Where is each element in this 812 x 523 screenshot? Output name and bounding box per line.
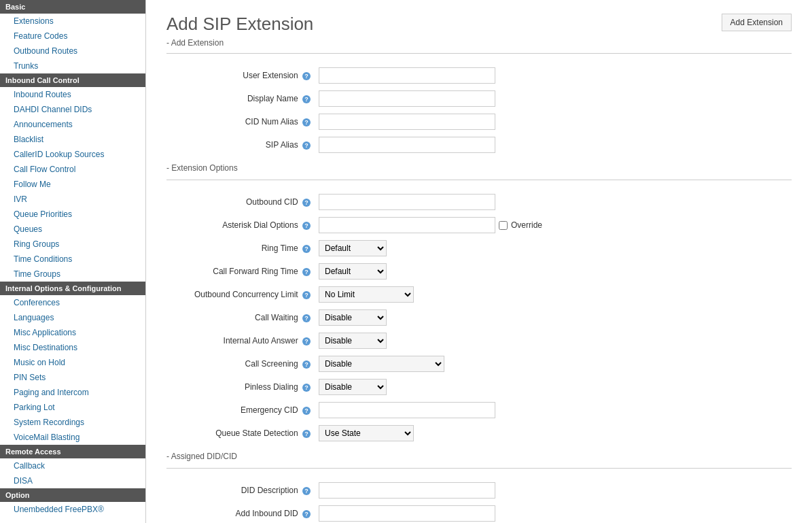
- queue-state-detection-help-icon[interactable]: ?: [302, 430, 311, 438]
- sidebar-group-remote-access: Remote Access: [0, 445, 145, 458]
- extension-form: User Extension ? Display Name ? CID Num …: [166, 64, 792, 156]
- sidebar-item-time-groups[interactable]: Time Groups: [0, 267, 145, 282]
- sidebar-item-languages[interactable]: Languages: [0, 310, 145, 325]
- internal-auto-answer-label: Internal Auto Answer ?: [166, 329, 316, 352]
- display-name-help-icon[interactable]: ?: [302, 95, 311, 103]
- sidebar-item-ivr[interactable]: IVR: [0, 192, 145, 207]
- did-description-help-icon[interactable]: ?: [302, 487, 311, 495]
- asterisk-dial-options-row: Asterisk Dial Options ? tr Override: [166, 214, 792, 237]
- call-screening-help-icon[interactable]: ?: [302, 360, 311, 369]
- outbound-concurrency-help-icon[interactable]: ?: [302, 291, 311, 299]
- sidebar-item-voicemail-blasting[interactable]: VoiceMail Blasting: [0, 430, 145, 445]
- pinless-dialing-row: Pinless Dialing ? Disable: [166, 375, 792, 399]
- outbound-cid-input[interactable]: [319, 194, 495, 210]
- add-inbound-did-input[interactable]: [319, 505, 495, 522]
- sidebar-item-time-conditions[interactable]: Time Conditions: [0, 252, 145, 267]
- extension-options-form: Outbound CID ? Asterisk Dial Options ? t…: [166, 190, 792, 445]
- outbound-concurrency-label: Outbound Concurrency Limit ?: [166, 283, 316, 306]
- user-extension-help-icon[interactable]: ?: [302, 72, 311, 80]
- sidebar-item-call-flow[interactable]: Call Flow Control: [0, 162, 145, 177]
- outbound-cid-row: Outbound CID ?: [166, 190, 792, 214]
- sidebar: BasicExtensionsFeature CodesOutbound Rou…: [0, 0, 146, 523]
- did-description-input[interactable]: [319, 482, 495, 499]
- outbound-concurrency-select[interactable]: No Limit: [319, 286, 414, 303]
- pinless-dialing-help-icon[interactable]: ?: [302, 384, 311, 392]
- override-label: Override: [511, 220, 542, 230]
- sidebar-item-paging[interactable]: Paging and Intercom: [0, 385, 145, 400]
- asterisk-dial-options-input[interactable]: tr: [319, 217, 495, 233]
- sidebar-item-misc-dest[interactable]: Misc Destinations: [0, 340, 145, 355]
- ring-time-select[interactable]: Default: [319, 240, 387, 256]
- queue-state-detection-select[interactable]: Use State: [319, 425, 414, 441]
- sidebar-group-inbound-call-control: Inbound Call Control: [0, 73, 145, 87]
- sidebar-item-queue-priorities[interactable]: Queue Priorities: [0, 207, 145, 222]
- emergency-cid-row: Emergency CID ?: [166, 399, 792, 422]
- internal-auto-answer-select[interactable]: Disable: [319, 333, 387, 349]
- asterisk-dial-options-wrap: tr Override: [319, 217, 789, 233]
- did-description-row: DID Description ?: [166, 479, 792, 502]
- sip-alias-help-icon[interactable]: ?: [302, 141, 311, 150]
- page-header: Add SIP Extension Add Extension: [166, 14, 792, 35]
- display-name-input[interactable]: [319, 90, 495, 107]
- cid-num-alias-label: CID Num Alias ?: [166, 110, 316, 133]
- sidebar-item-callback[interactable]: Callback: [0, 458, 145, 473]
- pinless-dialing-label: Pinless Dialing ?: [166, 375, 316, 399]
- emergency-cid-label: Emergency CID ?: [166, 399, 316, 422]
- assigned-did-label: - Assigned DID/CID: [166, 452, 792, 461]
- sidebar-item-feature-codes[interactable]: Feature Codes: [0, 29, 145, 44]
- call-screening-row: Call Screening ? Disable: [166, 352, 792, 375]
- sidebar-item-conferences[interactable]: Conferences: [0, 295, 145, 310]
- sidebar-item-queues[interactable]: Queues: [0, 222, 145, 237]
- cid-num-alias-input[interactable]: [319, 114, 495, 130]
- sidebar-group-basic: Basic: [0, 0, 145, 14]
- internal-auto-answer-help-icon[interactable]: ?: [302, 337, 311, 345]
- sidebar-item-announcements[interactable]: Announcements: [0, 117, 145, 132]
- add-inbound-did-help-icon[interactable]: ?: [302, 510, 311, 518]
- call-waiting-select[interactable]: Disable: [319, 309, 387, 326]
- did-cid-form: DID Description ? Add Inbound DID ? Add …: [166, 479, 792, 523]
- ring-time-label: Ring Time ?: [166, 237, 316, 260]
- sidebar-item-misc-apps[interactable]: Misc Applications: [0, 325, 145, 340]
- emergency-cid-help-icon[interactable]: ?: [302, 407, 311, 415]
- call-forward-ring-time-help-icon[interactable]: ?: [302, 268, 311, 276]
- asterisk-dial-options-label: Asterisk Dial Options ?: [166, 214, 316, 237]
- outbound-concurrency-row: Outbound Concurrency Limit ? No Limit: [166, 283, 792, 306]
- sidebar-item-pin-sets[interactable]: PIN Sets: [0, 370, 145, 385]
- user-extension-label: User Extension ?: [166, 64, 316, 87]
- user-extension-input[interactable]: [319, 67, 495, 84]
- call-forward-ring-time-label: Call Forward Ring Time ?: [166, 260, 316, 283]
- main-content: Add SIP Extension Add Extension - Add Ex…: [146, 0, 812, 523]
- sidebar-group-option: Option: [0, 488, 145, 502]
- call-forward-ring-time-select[interactable]: Default: [319, 263, 387, 280]
- sip-alias-input[interactable]: [319, 137, 495, 153]
- ring-time-help-icon[interactable]: ?: [302, 245, 311, 253]
- call-forward-ring-time-row: Call Forward Ring Time ? Default: [166, 260, 792, 283]
- display-name-label: Display Name ?: [166, 87, 316, 110]
- sidebar-item-follow-me[interactable]: Follow Me: [0, 177, 145, 192]
- outbound-cid-help-icon[interactable]: ?: [302, 199, 311, 207]
- sidebar-item-callerid[interactable]: CallerID Lookup Sources: [0, 147, 145, 162]
- divider-3: [166, 468, 792, 469]
- cid-num-alias-help-icon[interactable]: ?: [302, 118, 311, 126]
- call-screening-select[interactable]: Disable: [319, 356, 444, 372]
- sidebar-item-freepbx[interactable]: Unembedded FreePBX®: [0, 502, 145, 517]
- sidebar-item-ring-groups[interactable]: Ring Groups: [0, 237, 145, 252]
- emergency-cid-input[interactable]: [319, 402, 495, 418]
- sidebar-item-music-on-hold[interactable]: Music on Hold: [0, 355, 145, 370]
- pinless-dialing-select[interactable]: Disable: [319, 379, 387, 395]
- add-extension-button[interactable]: Add Extension: [722, 14, 792, 31]
- asterisk-dial-help-icon[interactable]: ?: [302, 222, 311, 230]
- sidebar-item-parking[interactable]: Parking Lot: [0, 400, 145, 415]
- sidebar-item-disa[interactable]: DISA: [0, 473, 145, 488]
- sidebar-item-extensions[interactable]: Extensions: [0, 14, 145, 29]
- sidebar-item-trunks[interactable]: Trunks: [0, 58, 145, 73]
- call-waiting-label: Call Waiting ?: [166, 306, 316, 329]
- override-checkbox[interactable]: [499, 221, 508, 230]
- call-waiting-help-icon[interactable]: ?: [302, 314, 311, 322]
- sidebar-item-blacklist[interactable]: Blacklist: [0, 132, 145, 147]
- sidebar-item-inbound-routes[interactable]: Inbound Routes: [0, 87, 145, 102]
- sidebar-item-dahdi[interactable]: DAHDI Channel DIDs: [0, 102, 145, 117]
- sidebar-item-outbound-routes[interactable]: Outbound Routes: [0, 44, 145, 58]
- add-inbound-did-row: Add Inbound DID ?: [166, 502, 792, 523]
- sidebar-item-recordings[interactable]: System Recordings: [0, 415, 145, 430]
